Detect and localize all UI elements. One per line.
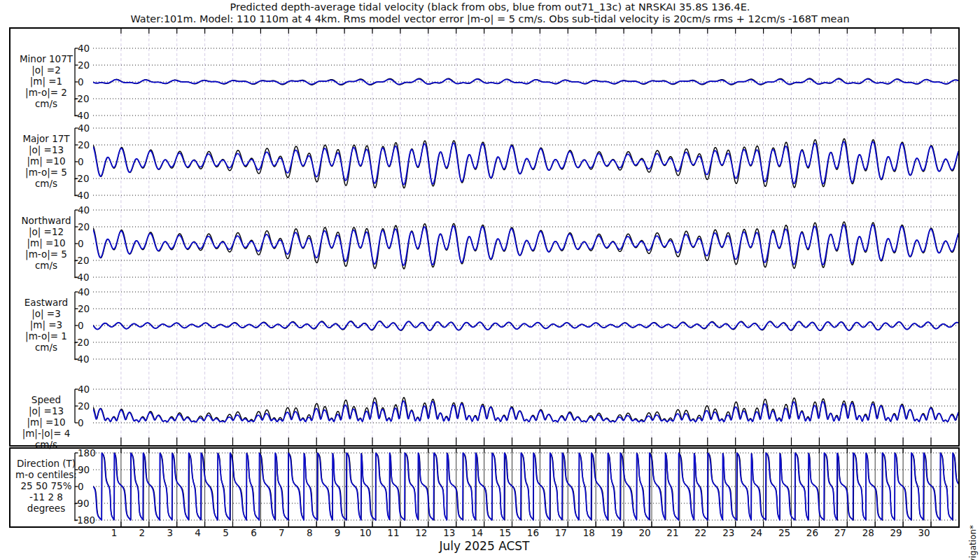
y-tick-label: 0 <box>78 320 84 331</box>
panel-curves <box>93 222 959 269</box>
x-tick-label: 25 <box>778 527 790 538</box>
obs-series-major <box>93 139 959 188</box>
panel-label-line: |m-o|= 5 <box>25 248 67 260</box>
panel-label-line: cm/s <box>35 178 57 189</box>
x-tick-label: 26 <box>806 527 818 538</box>
panel-label-line: |o| =13 <box>29 405 64 417</box>
panel-label-line: Northward <box>22 215 71 226</box>
y-tick-label: 0 <box>78 481 84 492</box>
panel-label-line: |m| =10 <box>27 237 65 249</box>
model-series-major <box>93 141 959 184</box>
panel-label-line: |m| =10 <box>27 155 65 167</box>
panel-label-line: |o| =12 <box>29 226 64 238</box>
panel-label-line: cm/s <box>35 260 57 271</box>
panel-label-line: Major 17T <box>22 133 70 144</box>
y-tick-label: 40 <box>78 122 90 134</box>
model-series-direction <box>93 453 959 520</box>
x-tick-label: 18 <box>583 527 595 538</box>
x-tick-label: 15 <box>499 527 511 538</box>
panel-northward: 40200-20-40Northward|o| =12|m| =10|m-o|=… <box>22 204 959 283</box>
panel-eastward: 40200-20-40Eastward|o| =3|m| =3|m-o|= 1c… <box>24 286 959 365</box>
panel-label-line: Direction (T) <box>17 458 76 469</box>
y-tick-label: 20 <box>78 221 90 232</box>
panel-label-line: cm/s <box>35 98 57 109</box>
panel-label-line: |o| =2 <box>31 64 61 76</box>
x-tick-label: 1 <box>111 527 118 538</box>
panel-label-line: Speed <box>31 394 61 405</box>
x-tick-label: 13 <box>443 527 455 538</box>
y-tick-label: -40 <box>74 190 90 201</box>
x-tick-label: 29 <box>890 527 902 538</box>
panel-curves <box>93 453 959 520</box>
panel-label-line: |o| =3 <box>31 308 61 320</box>
x-tick-label: 3 <box>167 527 173 538</box>
y-tick-label: 40 <box>78 43 90 54</box>
panel-label-line: 25 50 75% <box>21 480 72 491</box>
y-tick-label: 40 <box>78 286 90 298</box>
x-tick-label: 7 <box>279 527 285 538</box>
x-tick-label: 5 <box>223 527 229 538</box>
x-tick-label: 30 <box>918 527 930 538</box>
x-tick-label: 12 <box>415 527 427 538</box>
x-tick-label: 16 <box>527 527 539 538</box>
panel-label-line: degrees <box>27 503 65 514</box>
y-tick-label: -40 <box>74 354 90 365</box>
y-tick-label: 0 <box>78 156 84 167</box>
day-tick-marks <box>121 28 931 527</box>
x-tick-label: 19 <box>611 527 623 538</box>
x-tick-label: 6 <box>251 527 257 538</box>
y-tick-label: -20 <box>74 255 90 266</box>
x-tick-label: 9 <box>335 527 341 538</box>
x-tick-label: 20 <box>638 527 650 538</box>
panel-label-line: Eastward <box>24 297 68 308</box>
y-tick-label: 40 <box>78 204 90 216</box>
model-series-speed <box>93 401 959 422</box>
obs-series-speed <box>93 398 959 422</box>
panel-minor: 40200-20-40Minor 107T|o| =2|m| =1|m-o|= … <box>20 43 959 121</box>
obs-series-northward <box>93 222 959 269</box>
panel-label-line: m-o centiles: <box>15 469 77 480</box>
imos-watermark: © IMOS 06-Jun-2025 17:27:14. *Not for na… <box>968 525 978 560</box>
x-tick-labels: 1234567891011121314151617181920212223242… <box>111 527 930 538</box>
tidal-velocity-figure: Predicted depth-average tidal velocity (… <box>0 0 980 560</box>
panel-label-line: Minor 107T <box>20 53 74 64</box>
y-tick-label: 20 <box>78 400 90 412</box>
panel-label-line: |m-o|= 1 <box>25 330 67 342</box>
x-tick-label: 21 <box>666 527 678 538</box>
panel-curves <box>93 398 959 422</box>
panel-major: 40200-20-40Major 17T|o| =13|m| =10|m-o|=… <box>22 122 959 201</box>
y-tick-label: -180 <box>74 514 96 526</box>
model-series-eastward <box>93 321 959 330</box>
y-tick-label: 0 <box>78 76 84 88</box>
x-tick-label: 28 <box>862 527 874 538</box>
y-tick-label: 20 <box>78 59 90 71</box>
panel-curves <box>93 321 959 331</box>
x-tick-label: 17 <box>555 527 567 538</box>
y-tick-label: 0 <box>78 417 84 428</box>
y-tick-label: 20 <box>78 139 90 150</box>
x-tick-label: 23 <box>722 527 734 538</box>
plot-canvas: 40200-20-40Minor 107T|o| =2|m| =1|m-o|= … <box>0 0 980 560</box>
panel-label-line: |m|-|o|= 4 <box>22 428 71 440</box>
panel-label-line: |m| =10 <box>27 416 65 428</box>
model-series-northward <box>93 225 959 265</box>
y-tick-label: -90 <box>74 498 90 509</box>
x-tick-label: 2 <box>139 527 146 538</box>
panel-label-line: |m-o|= 5 <box>25 167 67 178</box>
day-gridlines <box>121 29 931 526</box>
panel-label-line: |o| =13 <box>29 144 64 156</box>
y-tick-label: -40 <box>74 110 90 121</box>
x-tick-label: 27 <box>834 527 846 538</box>
x-tick-label: 14 <box>471 527 483 538</box>
panel-label-line: cm/s <box>35 342 57 353</box>
y-tick-label: 40 <box>78 384 90 395</box>
x-tick-label: 8 <box>307 527 313 538</box>
x-axis-label: July 2025 ACST <box>344 539 624 553</box>
panel-curves <box>93 139 959 188</box>
panel-curves <box>93 78 959 85</box>
y-tick-label: -20 <box>74 173 90 184</box>
panel-direction: 180900-90-180Direction (T)m-o centiles:2… <box>15 447 959 526</box>
x-tick-label: 4 <box>195 527 201 538</box>
y-tick-label: -20 <box>74 93 90 104</box>
panel-label-line: |m| =1 <box>30 76 62 88</box>
